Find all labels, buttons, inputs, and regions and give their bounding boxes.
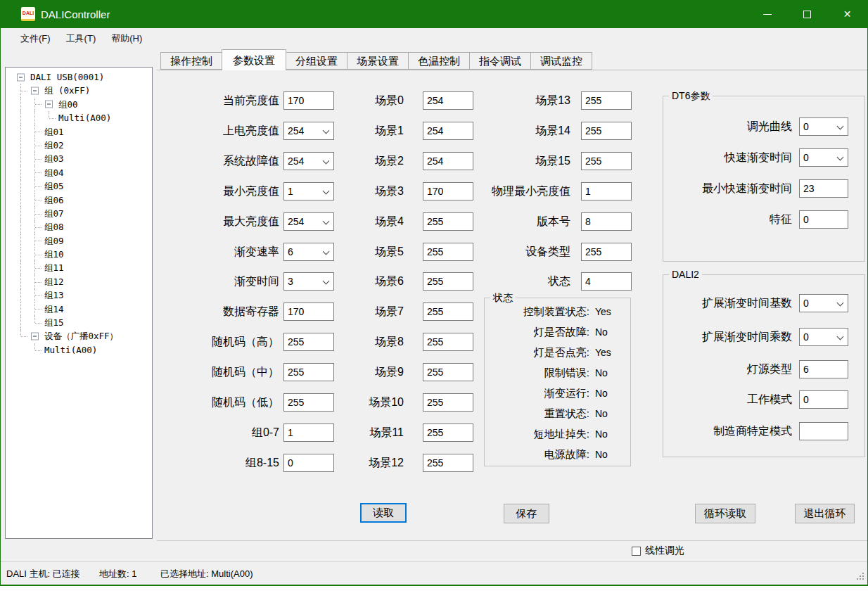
tab-3[interactable]: 场景设置 (347, 52, 409, 70)
param-input[interactable]: 1 (581, 182, 632, 200)
save-button[interactable]: 保存 (504, 504, 549, 523)
dali2-combobox[interactable]: 0 (799, 294, 848, 312)
scene-label: 场景0 (310, 94, 404, 108)
param-input[interactable]: 4 (581, 272, 632, 291)
tree-guide (28, 261, 42, 274)
scene-label: 场景4 (310, 215, 404, 229)
status-item-value: Yes (595, 346, 629, 359)
minimize-button[interactable] (747, 0, 787, 28)
combo-chevron-icon (837, 154, 844, 161)
tree-item[interactable]: Multi(A00) (6, 111, 152, 125)
dali2-input[interactable]: 6 (799, 360, 848, 378)
maximize-button[interactable] (787, 0, 827, 28)
menu-item[interactable]: 文件(F) (13, 32, 58, 45)
param-input[interactable]: 255 (581, 243, 632, 261)
titlebar[interactable]: DALI DALIController ✕ (1, 0, 867, 28)
dt6-combobox[interactable]: 0 (799, 148, 848, 167)
scene-label: 场景6 (310, 274, 404, 288)
param-label: 最小亮度值 (127, 184, 279, 198)
status-item-value: No (595, 407, 629, 420)
param-input[interactable]: 255 (581, 152, 632, 170)
close-button[interactable]: ✕ (827, 0, 867, 28)
dali2-combobox[interactable]: 0 (799, 328, 848, 346)
tab-4[interactable]: 色温控制 (408, 52, 470, 70)
tree-item[interactable]: DALI USB(0001) (6, 70, 152, 84)
tree-guide (14, 248, 28, 261)
tab-5[interactable]: 指令调试 (469, 52, 531, 70)
tree-item-label: 组01 (44, 125, 64, 139)
menu-item[interactable]: 帮助(H) (103, 32, 150, 45)
loop-read-button[interactable]: 循环读取 (695, 504, 755, 523)
tree-guide (14, 207, 28, 220)
tree-guide (14, 125, 28, 139)
tree-collapse-icon[interactable] (31, 87, 39, 95)
scene-label: 场景2 (310, 154, 404, 168)
scene-input[interactable]: 255 (423, 424, 473, 442)
scene-input[interactable]: 255 (423, 393, 473, 412)
dali2-label: 扩展渐变时间基数 (665, 296, 792, 310)
read-button[interactable]: 读取 (360, 503, 407, 523)
tab-6[interactable]: 调试监控 (530, 52, 592, 70)
status-item-value: No (595, 326, 629, 338)
statusbar-address-count: 地址数: 1 (99, 568, 136, 580)
linear-dimming-checkbox[interactable] (632, 547, 641, 556)
tab-2[interactable]: 分组设置 (286, 52, 347, 70)
exit-loop-button[interactable]: 退出循环 (795, 504, 855, 523)
close-icon: ✕ (843, 9, 852, 19)
param-label: 随机码（高） (127, 335, 279, 349)
tab-0[interactable]: 操作控制 (160, 52, 222, 70)
param-input[interactable]: 8 (581, 212, 632, 231)
param-label: 组8-15 (127, 456, 279, 470)
scene-input[interactable]: 255 (423, 363, 473, 381)
dali2-input[interactable]: 0 (799, 390, 848, 409)
tree-guide (28, 166, 42, 179)
param-label: 随机码（中） (127, 365, 279, 379)
param-input[interactable]: 255 (581, 91, 632, 110)
tree-item-label: 组09 (44, 234, 64, 248)
scene-label: 场景7 (310, 305, 404, 319)
scene-input[interactable]: 255 (423, 333, 473, 351)
tab-1[interactable]: 参数设置 (222, 49, 286, 70)
dt6-combobox[interactable]: 0 (799, 117, 848, 136)
dt6-input[interactable]: 23 (799, 179, 848, 198)
tree-collapse-icon[interactable] (31, 333, 39, 340)
tree-item-label: 组04 (44, 166, 64, 179)
dali2-label: 扩展渐变时间乘数 (665, 330, 792, 344)
param-label: 最大亮度值 (127, 215, 279, 229)
tree-guide (14, 193, 28, 207)
param-label: 场景13 (458, 94, 570, 108)
tree-item-label: 组06 (44, 193, 64, 207)
tree-item[interactable]: 组13 (6, 288, 152, 302)
app-window: DALI DALIController ✕ 文件(F)工具(T)帮助(H) DA… (0, 0, 868, 586)
tree-guide (14, 111, 28, 125)
tree-item-label: 组02 (44, 139, 64, 152)
tree-item[interactable]: 组02 (6, 139, 152, 152)
dt6-input[interactable]: 0 (799, 210, 848, 229)
resize-grip[interactable] (862, 578, 864, 580)
param-label: 版本号 (458, 215, 570, 229)
tree-item[interactable]: 组11 (6, 261, 152, 274)
dt6-label: 特征 (665, 212, 792, 227)
tree-guide (28, 288, 42, 302)
dali2-label: 灯源类型 (665, 362, 792, 376)
tree-item-label: DALI USB(0001) (30, 70, 104, 84)
tree-guide (28, 329, 42, 343)
tree-guide (28, 220, 42, 234)
scene-label: 场景8 (310, 335, 404, 349)
status-item-label: 控制装置状态: (491, 305, 589, 318)
combo-chevron-icon (837, 123, 844, 130)
menu-item[interactable]: 工具(T) (58, 32, 104, 45)
param-input[interactable]: 255 (581, 122, 632, 140)
scene-input[interactable]: 255 (423, 454, 473, 472)
scene-label: 场景3 (310, 184, 404, 198)
tree-guide (28, 152, 42, 165)
tree-item-label: 组03 (44, 152, 64, 165)
tree-collapse-icon[interactable] (45, 101, 53, 108)
scene-input[interactable]: 255 (423, 302, 473, 321)
tree-collapse-icon[interactable] (17, 73, 25, 81)
tree-guide (14, 261, 28, 274)
dali2-input[interactable] (799, 422, 848, 440)
statusbar-host-status: DALI 主机: 已连接 (6, 568, 80, 580)
linear-dimming-label: 线性调光 (645, 544, 684, 557)
param-label: 状态 (458, 274, 570, 288)
